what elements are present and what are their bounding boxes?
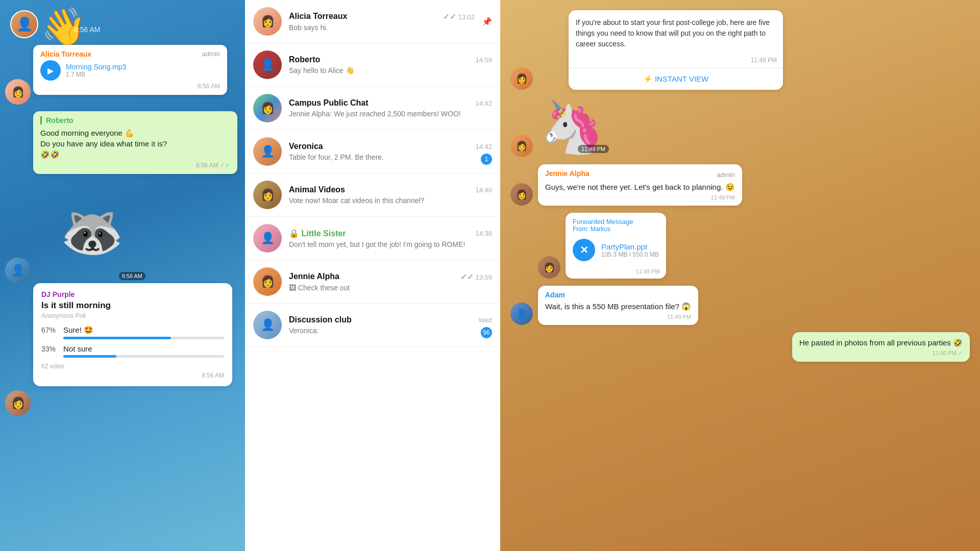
- poll-option-1: 67% Sure! 🤩: [41, 325, 224, 339]
- audio-title: Morning Song.mp3: [66, 63, 220, 71]
- chat-time: 14:42: [475, 99, 492, 107]
- own-text: He pasted in photos from all previous pa…: [799, 337, 963, 348]
- chat-item[interactable]: 👩Campus Public Chat14:42Jennie Alpha: We…: [245, 87, 500, 130]
- chat-content: Campus Public Chat14:42Jennie Alpha: We …: [289, 98, 492, 118]
- chat-time: 14:59: [475, 56, 492, 64]
- poll-time: 8:56 AM: [41, 372, 224, 379]
- chat-name: 🔒 Little Sister: [289, 229, 346, 238]
- green-sender-name: Roberto: [40, 116, 230, 124]
- chat-content: Animal Videos14:40Vote now! Moar cat vid…: [289, 185, 492, 205]
- unicorn-time: 11:48 PM: [578, 145, 609, 153]
- right-messages: 👩 If you're about to start your first po…: [500, 0, 980, 551]
- chat-content: Veronica14:42Table for four, 2 PM. Be th…: [289, 142, 492, 161]
- chat-name: Animal Videos: [289, 185, 345, 194]
- pin-icon: 📌: [482, 17, 492, 27]
- play-button[interactable]: ▶: [40, 60, 61, 81]
- green-bubble-line1: Good morning everyone 💪: [40, 128, 230, 138]
- article-time: 11:48 PM: [569, 57, 783, 68]
- green-bubble-time: 8:56 AM ✓✓: [40, 162, 230, 169]
- jennie-time: 11:49 PM: [545, 194, 735, 201]
- avatar-unicorn-sender: 👩: [510, 135, 533, 157]
- file-name: PartyPlan.ppt: [601, 242, 659, 251]
- poll-pct-2: 33%: [41, 345, 59, 353]
- unread-badge: 96: [481, 327, 492, 338]
- article-message-row: 👩 If you're about to start your first po…: [510, 10, 970, 90]
- chat-item[interactable]: 👤Discussion clubWedVeronica:96: [245, 304, 500, 347]
- instant-view-button[interactable]: ⚡ INSTANT VIEW: [569, 68, 783, 90]
- avatar-top-left: 👤: [10, 10, 38, 38]
- avatar-article-sender: 👩: [510, 67, 533, 90]
- jennie-message-row: 👩 Jennie Alpha admin Guys, we're not the…: [510, 164, 970, 206]
- poll-pct-1: 67%: [41, 326, 59, 334]
- chat-avatar: 👩: [253, 7, 282, 36]
- poll-bar-2: [63, 355, 116, 358]
- time-top: 8:56 AM: [74, 26, 100, 34]
- chat-item[interactable]: 👤🔒 Little Sister14:38Don't tell mom yet,…: [245, 217, 500, 260]
- chat-preview: Jennie Alpha: We just reached 2,500 memb…: [289, 110, 492, 118]
- own-bubble: He pasted in photos from all previous pa…: [792, 332, 970, 362]
- chat-item[interactable]: 👩Animal Videos14:40Vote now! Moar cat vi…: [245, 173, 500, 217]
- file-x-icon: ✕: [580, 244, 589, 256]
- audio-admin-badge: admin: [202, 50, 220, 58]
- avatar-alicia-left: 👩: [5, 79, 31, 105]
- green-bubble-emoji: 🤣🤣: [40, 149, 230, 160]
- poll-option-2: 33% Not sure: [41, 344, 224, 358]
- chat-item[interactable]: 👤Roberto14:59Say hello to Alice 👋: [245, 43, 500, 87]
- article-text: If you're about to start your first post…: [569, 10, 783, 57]
- chat-name: Jennie Alpha: [289, 272, 339, 281]
- left-chat-panel: 👤 👋 8:56 AM 👩 Alicia Torreaux admin ▶ Mo…: [0, 0, 245, 551]
- chat-name: Veronica: [289, 142, 323, 151]
- poll-type: Anonymous Poll: [41, 312, 224, 319]
- chat-content: 🔒 Little Sister14:38Don't tell mom yet, …: [289, 229, 492, 248]
- chat-avatar: 👤: [253, 51, 282, 79]
- poll-bar-1: [63, 337, 171, 339]
- chat-preview: Table for four, 2 PM. Be there.: [289, 153, 492, 161]
- chat-preview: Don't tell mom yet, but I got the job! I…: [289, 240, 492, 248]
- chat-item[interactable]: 👩Alicia Torreaux✓✓ 13:02Bob says hi.📌: [245, 0, 500, 43]
- file-size: 135.3 MB / 550.0 MB: [601, 251, 659, 258]
- chat-item[interactable]: 👩Jennie Alpha✓✓ 13:59🖼 Check these out: [245, 260, 500, 304]
- chat-preview: Vote now! Moar cat videos in this channe…: [289, 196, 492, 205]
- chat-name: Alicia Torreaux: [289, 12, 347, 21]
- forwarded-time: 11:49 PM: [566, 268, 666, 279]
- chat-avatar: 👤: [253, 137, 282, 166]
- adam-time: 11:49 PM: [545, 314, 691, 320]
- chat-avatar: 👩: [253, 94, 282, 122]
- chat-time: 14:40: [475, 186, 492, 194]
- forwarded-message-row: 👩 Forwarded Message From: Markus ✕ Party…: [510, 213, 970, 279]
- jennie-bubble: Jennie Alpha admin Guys, we're not there…: [538, 164, 742, 206]
- chat-avatar: 👩: [253, 181, 282, 209]
- avatar-bottom-2: 👩: [5, 390, 31, 416]
- chat-content: Alicia Torreaux✓✓ 13:02Bob says hi.: [289, 12, 475, 32]
- chat-list-panel: 👩Alicia Torreaux✓✓ 13:02Bob says hi.📌👤Ro…: [245, 0, 500, 551]
- poll-question: Is it still morning: [41, 300, 224, 311]
- audio-time: 8:56 AM: [40, 83, 220, 90]
- chat-content: Roberto14:59Say hello to Alice 👋: [289, 55, 492, 74]
- poll-sender: DJ Purple: [41, 290, 224, 298]
- green-message-bubble: Roberto Good morning everyone 💪 Do you h…: [33, 111, 237, 174]
- green-bubble-line2: Do you have any idea what time it is?: [40, 138, 230, 149]
- chat-time: Wed: [479, 316, 493, 324]
- article-bubble: If you're about to start your first post…: [569, 10, 783, 90]
- avatar-forwarded: 👩: [538, 256, 560, 279]
- chat-content: Jennie Alpha✓✓ 13:59🖼 Check these out: [289, 272, 492, 292]
- chat-avatar: 👤: [253, 224, 282, 253]
- chat-preview: Say hello to Alice 👋: [289, 66, 492, 74]
- audio-sender-name: Alicia Torreaux: [40, 50, 91, 58]
- chat-avatar: 👤: [253, 311, 282, 339]
- poll-bubble: DJ Purple Is it still morning Anonymous …: [33, 283, 232, 386]
- avatar-bottom-1: 👤: [5, 258, 31, 283]
- own-message-row: He pasted in photos from all previous pa…: [510, 332, 970, 362]
- forwarded-from: From: Markus: [573, 226, 659, 233]
- own-time: 11:50 PM ✓: [799, 350, 963, 357]
- double-check-icon: ✓✓: [460, 272, 474, 281]
- adam-text: Wait, is this a 550 MB presentation file…: [545, 301, 691, 312]
- double-check-icon: ✓✓: [443, 12, 456, 21]
- audio-size: 1.7 MB: [66, 71, 220, 78]
- audio-message-bubble: Alicia Torreaux admin ▶ Morning Song.mp3…: [33, 45, 227, 95]
- chat-time: 14:38: [475, 230, 492, 237]
- chat-item[interactable]: 👤Veronica14:42Table for four, 2 PM. Be t…: [245, 130, 500, 173]
- unread-badge: 1: [481, 154, 492, 165]
- adam-sender: Adam: [545, 291, 691, 299]
- avatar-jennie: 👩: [510, 183, 533, 206]
